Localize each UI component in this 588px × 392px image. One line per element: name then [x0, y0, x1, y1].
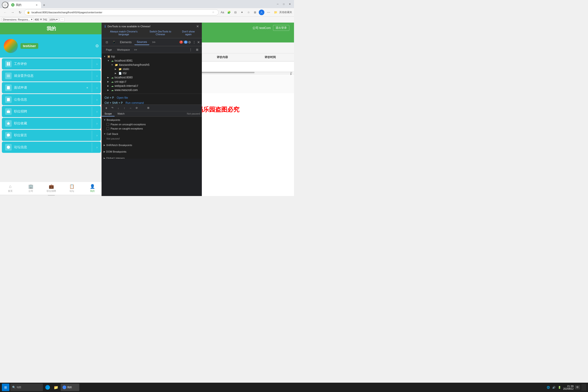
tree-static[interactable]: ▶ 📁 static [113, 67, 202, 71]
tree-h5[interactable]: ▶ 📄 h5/ [113, 71, 202, 75]
reader-btn[interactable]: Aa [220, 10, 225, 15]
bookmark-icon[interactable]: ☆ [210, 10, 216, 15]
forward-btn[interactable]: → [9, 9, 16, 16]
profile-btn[interactable]: 人 [259, 10, 264, 15]
bottom-nav-mine[interactable]: 👤 我的 [82, 184, 103, 193]
menu-item-label-0: 工作评价 [14, 62, 89, 66]
split-btn[interactable]: ⊟ [233, 10, 238, 15]
tree-localhost-8081[interactable]: ▼ ☁ localhost:8081 [106, 58, 202, 63]
global-section[interactable]: ▶ Global Listeners [102, 155, 202, 159]
notif-close-btn[interactable]: ✕ [196, 24, 199, 28]
tree-mescroll[interactable]: ▶ ☁ www.mescroll.com [106, 88, 202, 92]
xhr-section[interactable]: ▶ XHR/fetch Breakpoints [102, 142, 202, 148]
step-btn[interactable]: → [128, 106, 133, 110]
tab-elements[interactable]: Elements [118, 40, 134, 45]
bottom-nav-jobs[interactable]: 💼 职位招聘 [41, 184, 62, 193]
more-btn[interactable]: ⋯ [265, 9, 272, 16]
pause-btn[interactable]: ⏸ [104, 106, 109, 110]
device-icon-btn[interactable]: 📱 [110, 39, 117, 46]
step-out-btn[interactable]: ↑ [122, 106, 127, 110]
menu-item-employment[interactable]: 就业晋升信息 › [2, 70, 101, 82]
menu-item-job-posting[interactable]: 职位招聘 › [2, 106, 101, 117]
cs-header[interactable]: ▼ Call Stack [102, 132, 202, 136]
layout-icon[interactable]: ⊞ [194, 47, 200, 52]
menu-item-job-msg[interactable]: 职位留言 › [2, 130, 101, 141]
tab-sources[interactable]: Sources [134, 40, 149, 45]
dont-show-again-btn[interactable]: Don't show again [178, 30, 199, 36]
minimize-btn[interactable]: ─ [275, 2, 280, 6]
scope-tab[interactable]: Scope [102, 111, 114, 116]
global-header[interactable]: ▶ Global Listeners [102, 156, 202, 159]
menu-item-favorites[interactable]: 职位收藏 › [2, 118, 101, 129]
favorites-icon [5, 120, 12, 127]
open-file-link[interactable]: Open file [117, 96, 128, 100]
tree-label-static: static [123, 68, 129, 71]
bottom-nav-company[interactable]: 🏢 公司 [20, 184, 41, 193]
dom-section[interactable]: ▶ DOM Breakpoints [102, 148, 202, 155]
step-over-btn[interactable]: ↷ [110, 106, 115, 110]
svg-point-10 [8, 86, 9, 87]
bp-header[interactable]: ▼ Breakpoints [102, 118, 202, 122]
xhr-header[interactable]: ▶ XHR/fetch Breakpoints [102, 143, 202, 148]
home-label: 首页 [8, 190, 12, 193]
bottom-nav-home[interactable]: ⌂ 首页 [0, 184, 20, 193]
back-btn[interactable]: ← [2, 9, 8, 16]
menu-divider-4 [92, 107, 92, 116]
reload-btn[interactable]: ↻ [17, 9, 23, 16]
switch-chinese-btn[interactable]: Switch DevTools to Chinese [144, 30, 176, 36]
menu-item-work-eval[interactable]: 工作评价 › [2, 58, 101, 70]
tab-close-btn[interactable]: ✕ [35, 3, 38, 6]
menu-item-announcement[interactable]: 公告信息 › [2, 94, 101, 105]
bottom-nav-forum[interactable]: 📋 论坛 [62, 184, 82, 193]
subtab-more[interactable]: >> [133, 48, 138, 52]
jobs-icon: 💼 [49, 184, 54, 189]
dom-header[interactable]: ▶ DOM Breakpoints [102, 149, 202, 154]
sync-icon[interactable]: ⋮ [188, 47, 194, 52]
new-tab-btn[interactable]: + [41, 2, 47, 8]
subtab-page[interactable]: Page [104, 48, 114, 52]
run-command-link[interactable]: Run command [126, 101, 144, 104]
device-extra-selector[interactable]: ⋯ [60, 18, 65, 22]
menu-item-forum[interactable]: ¥ 论坛信息 › [2, 142, 101, 153]
global-arrow: ▶ [104, 157, 105, 159]
dimension-selector[interactable]: Dimensions: Respons... ▾ [2, 18, 34, 22]
notif-message: DevTools is now available in Chinese! [108, 25, 194, 28]
tree-webpack[interactable]: ▶ ☁ webpack-internal:// [106, 84, 202, 88]
maximize-btn[interactable]: □ [282, 2, 286, 6]
user-avatar [4, 39, 18, 53]
inspect-icon-btn[interactable]: ⊡ [104, 39, 110, 46]
tree-top[interactable]: ▼ ▣ top [102, 54, 202, 58]
dt-settings-icon[interactable]: ⚙ [188, 40, 191, 44]
subtab-workspace[interactable]: Workspace [115, 48, 132, 52]
step-into-btn[interactable]: ↓ [116, 106, 121, 110]
zoom-selector[interactable]: 100% ▾ [48, 18, 59, 22]
extensions-btn[interactable]: 🧩 [226, 10, 232, 15]
logout-btn[interactable]: 退出登录 [273, 25, 289, 31]
bp-checkbox-caught[interactable] [106, 127, 109, 130]
tree-tiaozaoshichang[interactable]: ▼ 📁 tiaozaoshichang/front/h5 [109, 63, 202, 67]
prev-tab-btn[interactable]: ‹ [2, 2, 8, 8]
tree-localhost-8080[interactable]: ▶ ☁ localhost:8080 [106, 75, 202, 80]
tree-arrow-static: ▶ [115, 68, 118, 70]
dt-more-icon[interactable]: ⋮ [192, 40, 196, 44]
global-label: Global Listeners [106, 157, 125, 159]
resize-handle[interactable] [0, 194, 103, 196]
menu-item-interview[interactable]: 面试申请 › [2, 82, 101, 93]
close-btn[interactable]: ✕ [288, 2, 292, 6]
match-lang-btn[interactable]: Always match Chrome's language [104, 30, 143, 36]
tree-uni-app[interactable]: ▶ ☁ uni-app:// [106, 80, 202, 84]
browser-tab[interactable]: 我 我的 ✕ [8, 2, 41, 8]
copilot-btn[interactable]: ✦ [239, 10, 245, 15]
tab-more[interactable]: >> [150, 40, 158, 45]
deactivate-btn[interactable]: ⊘ [134, 106, 139, 110]
dt-close-icon[interactable]: ✕ [197, 40, 200, 44]
settings-icon[interactable]: ⚙ [95, 44, 99, 48]
favorites-btn[interactable]: ☆ [246, 10, 251, 15]
watch-tab[interactable]: Watch [114, 111, 128, 116]
tree-label-uni: uni-app:// [114, 80, 126, 83]
expand-btn[interactable]: ⊞ [146, 106, 151, 110]
address-bar[interactable]: 🔒 localhost:8081/tiaozaoshichang/front/h… [24, 9, 219, 16]
sidebar-icon[interactable]: 📁 [273, 10, 278, 15]
collections-btn[interactable]: ⊞ [252, 10, 258, 15]
bp-checkbox-uncaught[interactable] [106, 123, 109, 126]
